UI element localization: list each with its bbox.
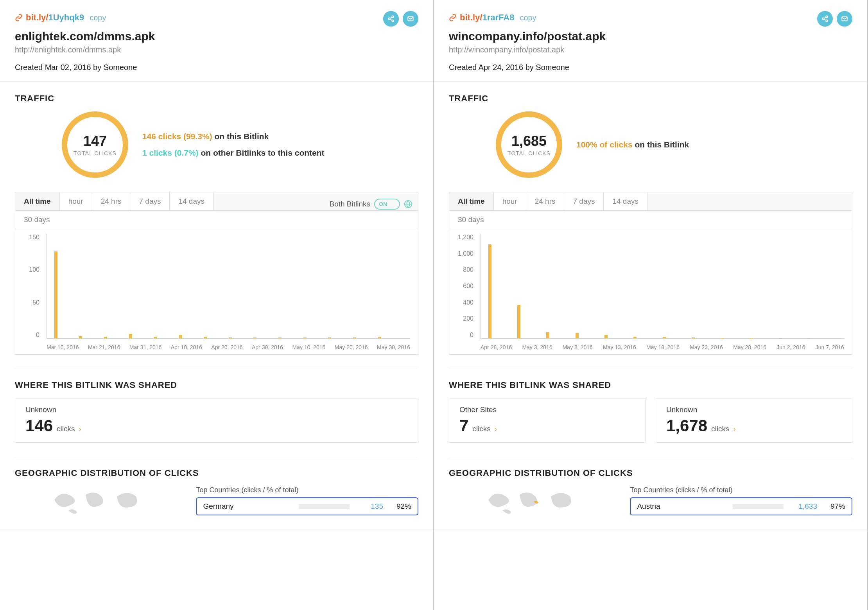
total-clicks-donut: 1,685 TOTAL CLICKS [496,111,562,178]
chart-area: 1,2001,0008006004002000 Apr 28, 2016May … [449,229,852,354]
header-actions [817,11,852,27]
world-map [449,486,618,517]
chart-plot [47,234,410,339]
geo-title: GEOGRAPHIC DISTRIBUTION OF CLICKS [15,468,418,478]
header: bit.ly/1Uyhqk9 copy enlightek.com/dmms.a… [0,0,433,82]
tab-14days[interactable]: 14 days [604,192,647,210]
short-link-row: bit.ly/1Uyhqk9 copy [15,13,418,23]
total-clicks-value: 1,685 [511,133,547,149]
y-axis: 1,2001,0008006004002000 [449,234,477,339]
traffic-chart: Both Bitlinks ON All time hour 24 hrs 7 … [15,192,418,355]
traffic-section: TRAFFIC 1,685 TOTAL CLICKS 100% of click… [434,82,867,529]
created-line: Created Apr 24, 2016 by Someone [449,63,852,72]
short-link-row: bit.ly/1rarFA8 copy [449,13,852,23]
email-button[interactable] [403,11,418,27]
tab-hour[interactable]: hour [494,192,526,210]
x-axis: Mar 10, 2016Mar 21, 2016Mar 31, 2016Apr … [47,344,410,350]
shared-boxes: Unknown146clicks› [15,398,418,443]
referrer-box[interactable]: Unknown1,678clicks› [656,398,852,443]
top-countries-label: Top Countries (clicks / % of total) [196,486,418,494]
traffic-title: TRAFFIC [449,93,852,104]
copy-button[interactable]: copy [520,13,536,22]
long-url[interactable]: http://wincompany.info/postat.apk [449,45,852,54]
time-range-tabs: All time hour 24 hrs 7 days 14 days 30 d… [15,192,418,229]
total-clicks-label: TOTAL CLICKS [74,150,117,156]
bitly-domain[interactable]: bit.ly/1rarFA8 [460,13,514,23]
country-row[interactable]: Germany 135 92% [196,497,418,515]
y-axis: 150100500 [15,234,43,339]
tab-all-time[interactable]: All time [15,192,60,210]
created-line: Created Mar 02, 2016 by Someone [15,63,418,72]
link-icon [15,14,23,22]
tab-30days[interactable]: 30 days [449,210,852,229]
header: bit.ly/1rarFA8 copy wincompany.info/post… [434,0,867,82]
shared-boxes: Other Sites7clicks›Unknown1,678clicks› [449,398,852,443]
total-clicks-label: TOTAL CLICKS [508,150,551,156]
time-range-tabs: All time hour 24 hrs 7 days 14 days 30 d… [449,192,852,229]
both-bitlinks-toggle[interactable]: Both Bitlinks ON [329,199,412,210]
tab-7days[interactable]: 7 days [130,192,170,210]
top-countries-label: Top Countries (clicks / % of total) [630,486,852,494]
email-button[interactable] [837,11,852,27]
shared-title: WHERE THIS BITLINK WAS SHARED [449,380,852,390]
shared-title: WHERE THIS BITLINK WAS SHARED [15,380,418,390]
tab-7days[interactable]: 7 days [564,192,604,210]
page-title: wincompany.info/postat.apk [449,30,852,43]
tab-30days[interactable]: 30 days [15,210,418,229]
geo-title: GEOGRAPHIC DISTRIBUTION OF CLICKS [449,468,852,478]
stats-panel-left: bit.ly/1Uyhqk9 copy enlightek.com/dmms.a… [0,0,434,610]
top-countries: Top Countries (clicks / % of total) Aust… [630,486,852,515]
click-breakdown: 146 clicks (99.3%) on this Bitlink 1 cli… [142,128,325,161]
chart-area: 150100500 Mar 10, 2016Mar 21, 2016Mar 31… [15,229,418,354]
total-clicks-value: 147 [83,133,107,149]
traffic-section: TRAFFIC 147 TOTAL CLICKS 146 clicks (99.… [0,82,433,529]
world-map [15,486,184,517]
tab-24hrs[interactable]: 24 hrs [526,192,565,210]
traffic-chart: All time hour 24 hrs 7 days 14 days 30 d… [449,192,852,355]
share-button[interactable] [383,11,399,27]
tab-hour[interactable]: hour [60,192,92,210]
share-button[interactable] [817,11,833,27]
globe-icon [404,200,412,208]
top-countries: Top Countries (clicks / % of total) Germ… [196,486,418,515]
stats-panel-right: bit.ly/1rarFA8 copy wincompany.info/post… [434,0,868,610]
traffic-title: TRAFFIC [15,93,418,104]
referrer-box[interactable]: Unknown146clicks› [15,398,418,443]
referrer-box[interactable]: Other Sites7clicks› [449,398,646,443]
header-actions [383,11,418,27]
bitly-domain[interactable]: bit.ly/1Uyhqk9 [26,13,84,23]
x-axis: Apr 28, 2016May 3, 2016May 8, 2016May 13… [481,344,844,350]
page-title: enlightek.com/dmms.apk [15,30,418,43]
tab-24hrs[interactable]: 24 hrs [92,192,131,210]
tab-14days[interactable]: 14 days [170,192,213,210]
toggle-pill[interactable]: ON [374,199,400,210]
copy-button[interactable]: copy [90,13,106,22]
tab-all-time[interactable]: All time [449,192,494,210]
link-icon [449,14,457,22]
total-clicks-donut: 147 TOTAL CLICKS [62,111,128,178]
country-row[interactable]: Austria 1,633 97% [630,497,852,515]
chart-plot [481,234,844,339]
click-breakdown: 100% of clicks on this Bitlink [576,136,689,153]
long-url[interactable]: http://enlightek.com/dmms.apk [15,45,418,54]
